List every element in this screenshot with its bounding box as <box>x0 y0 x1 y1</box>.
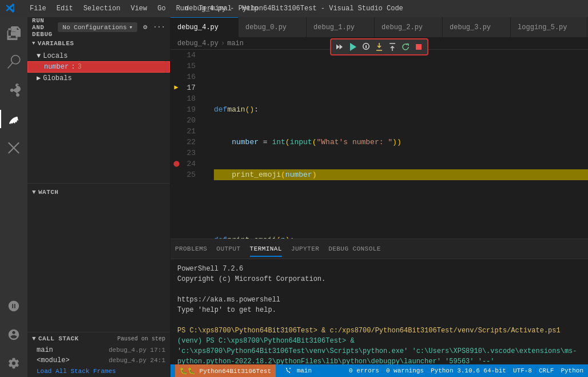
gutter-20 <box>170 115 182 126</box>
variables-label: VARIABLES <box>38 40 74 47</box>
tab-debug3[interactable]: debug_3.py ✕ <box>443 17 511 37</box>
panel-tab-terminal[interactable]: TERMINAL <box>250 241 282 257</box>
locals-header[interactable]: ▼ Locals <box>27 51 170 61</box>
debug-more-icon[interactable]: ··· <box>153 23 165 31</box>
debug-step-out-button[interactable] <box>386 41 399 53</box>
variable-number[interactable]: number : 3 <box>27 61 170 73</box>
line-num-17: 17 <box>182 82 202 93</box>
breadcrumb-symbol: main <box>227 39 244 47</box>
code-editor[interactable]: ▶ ⬤ 14 15 16 17 18 19 20 <box>170 50 588 239</box>
debug-toolbar <box>330 38 428 55</box>
gutter-25 <box>170 169 182 180</box>
menu-run[interactable]: Run <box>172 2 193 15</box>
menu-terminal[interactable]: Terminal <box>194 2 236 15</box>
panel-tab-jupyter[interactable]: JUPYTER <box>291 241 319 257</box>
activity-extensions[interactable] <box>0 134 27 161</box>
globals-label: Globals <box>43 74 71 82</box>
globals-group-header[interactable]: ▶ Globals <box>27 73 170 84</box>
breadcrumb-file: debug_4.py <box>177 39 218 47</box>
debug-restart-button[interactable] <box>399 41 412 53</box>
menu-view[interactable]: View <box>126 2 152 15</box>
run-debug-header: RUN AND DEBUG No Configurations ▾ ⚙ ··· <box>27 17 170 37</box>
status-language[interactable]: Python <box>561 367 583 374</box>
tab-logging5[interactable]: logging_5.py ✕ <box>511 17 587 37</box>
debug-continue-button[interactable] <box>333 41 346 53</box>
terminal-line-ps: PS C:\xps8700\Python64Bit3106Test> & c:/… <box>177 326 581 336</box>
breadcrumb-toolbar-container: debug_4.py › main <box>170 37 588 50</box>
locals-arrow-icon: ▼ <box>37 52 41 60</box>
activity-search[interactable] <box>0 48 27 76</box>
breakpoint-icon: ⬤ <box>173 158 180 169</box>
menu-file[interactable]: File <box>25 2 51 15</box>
activity-explorer[interactable] <box>0 19 27 47</box>
locals-group: ▼ Locals number : 3 <box>27 51 170 73</box>
tab-debug4[interactable]: debug_4.py ✕ <box>170 17 239 37</box>
code-line-15: def main(): <box>214 104 588 115</box>
globals-arrow-icon: ▶ <box>37 74 41 82</box>
debug-stop-button[interactable] <box>412 41 425 53</box>
tab-debug2[interactable]: debug_2.py ✕ <box>375 17 443 37</box>
status-debug-badge[interactable]: 🐛 🐛 Python64Bit3106Test <box>175 364 276 377</box>
activity-settings[interactable] <box>0 350 27 377</box>
var-value-label: 3 <box>77 63 81 71</box>
status-line-ending[interactable]: CRLF <box>539 367 554 374</box>
line-num-25: 25 <box>182 169 202 180</box>
activity-run-debug[interactable] <box>0 105 27 133</box>
callstack-section: ▼ CALL STACK Paused on step main debug_4… <box>27 332 170 377</box>
callstack-item-module[interactable]: <module> debug_4.py 24:1 <box>27 355 170 366</box>
code-line-18 <box>214 202 588 213</box>
terminal-line-3 <box>177 284 581 295</box>
gutter-18 <box>170 93 182 104</box>
debug-step-over-button[interactable] <box>360 41 372 53</box>
menu-selection[interactable]: Selection <box>79 2 125 15</box>
status-encoding[interactable]: UTF-8 <box>513 367 532 374</box>
debug-settings-icon[interactable]: ⚙ <box>143 23 147 31</box>
vscode-logo-icon <box>5 2 16 14</box>
status-branch[interactable]: main <box>285 367 312 374</box>
tab-debug0-label: debug_0.py <box>245 23 287 31</box>
status-errors[interactable]: 0 errors <box>349 367 379 374</box>
tab-debug1[interactable]: debug_1.py ✕ <box>307 17 375 37</box>
titlebar: File Edit Selection View Go Run Terminal… <box>0 0 588 17</box>
tab-debug0[interactable]: debug_0.py ✕ <box>239 17 307 37</box>
load-stack-frames-button[interactable]: Load All Stack Frames <box>27 366 170 377</box>
activity-bar <box>0 17 27 377</box>
menu-help[interactable]: Help <box>237 2 263 15</box>
titlebar-left: File Edit Selection View Go Run Terminal… <box>5 2 263 15</box>
tab-debug3-label: debug_3.py <box>450 23 491 31</box>
variables-section-header[interactable]: ▼ VARIABLES <box>27 37 170 50</box>
line-num-19: 19 <box>182 104 202 115</box>
status-python[interactable]: Python 3.10.6 64-bit <box>431 367 506 374</box>
debug-config-selector[interactable]: No Configurations ▾ <box>58 22 137 32</box>
gutter-23 <box>170 148 182 158</box>
status-warnings[interactable]: 0 warnings <box>386 367 424 374</box>
activity-source-control[interactable] <box>0 77 27 104</box>
panel-tab-debug-console[interactable]: DEBUG CONSOLE <box>328 241 381 257</box>
menu-go[interactable]: Go <box>153 2 170 15</box>
activity-accounts[interactable] <box>0 321 27 348</box>
activity-remote[interactable] <box>0 292 27 320</box>
menu-edit[interactable]: Edit <box>52 2 78 15</box>
debug-step-into-button[interactable] <box>373 41 386 53</box>
var-colon: : <box>71 63 75 71</box>
tabs-bar: debug_4.py ✕ debug_0.py ✕ debug_1.py ✕ d… <box>170 17 588 37</box>
debug-icon: 🐛 <box>180 367 188 375</box>
gutter-24: ⬤ <box>170 158 182 169</box>
callstack-arrow-icon: ▼ <box>32 335 36 342</box>
watch-header[interactable]: ▼ WATCH <box>27 186 170 199</box>
breadcrumb-separator: › <box>221 39 225 47</box>
line-num-22: 22 <box>182 137 202 148</box>
variables-content: ▼ Locals number : 3 ▶ Globals <box>27 50 170 183</box>
gutter-14 <box>170 50 182 61</box>
terminal-line-4: https://aka.ms.powershell <box>177 295 581 305</box>
callstack-header[interactable]: ▼ CALL STACK Paused on step <box>27 332 170 345</box>
callstack-item-main[interactable]: main debug_4.py 17:1 <box>27 345 170 355</box>
line-numbers: 14 15 16 17 18 19 20 21 22 23 24 25 <box>182 50 209 239</box>
panel-tab-output[interactable]: OUTPUT <box>216 241 240 257</box>
debug-play-button[interactable] <box>347 41 359 53</box>
terminal-content[interactable]: PowerShell 7.2.6 Copyright (c) Microsoft… <box>170 259 588 364</box>
locals-label: Locals <box>43 52 67 60</box>
gutter-15 <box>170 61 182 72</box>
panel-tab-problems[interactable]: PROBLEMS <box>175 241 207 257</box>
chevron-down-icon: ▾ <box>129 23 133 31</box>
